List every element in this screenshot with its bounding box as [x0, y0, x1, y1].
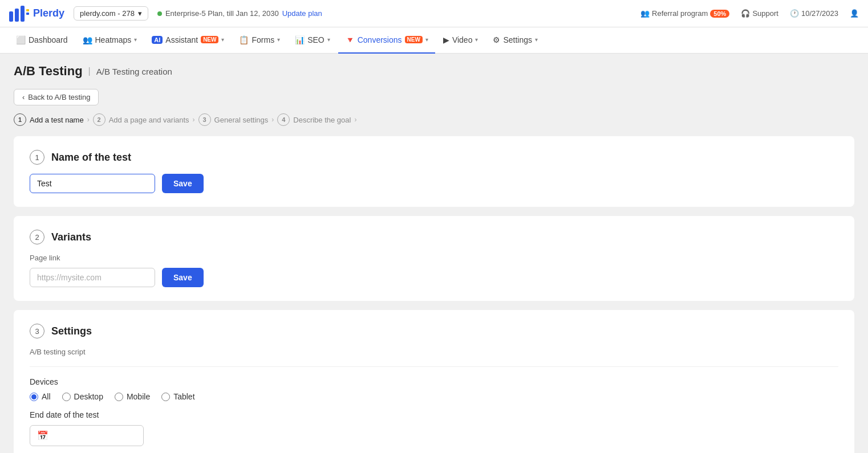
- nav-assistant-label: Assistant: [165, 35, 198, 44]
- step-4[interactable]: 4 Describe the goal: [277, 113, 351, 126]
- device-mobile-radio[interactable]: [115, 393, 123, 401]
- device-tablet[interactable]: Tablet: [161, 392, 194, 401]
- video-chevron: ▾: [475, 36, 478, 43]
- page-link-input[interactable]: [30, 268, 155, 287]
- settings-chevron: ▾: [535, 36, 538, 43]
- section-settings: 3 Settings A/B testing script Devices Al…: [14, 310, 854, 453]
- nav-seo-label: SEO: [307, 35, 325, 44]
- nav-heatmaps[interactable]: 👥 Heatmaps ▾: [76, 27, 144, 54]
- heatmaps-chevron: ▾: [134, 36, 137, 43]
- site-selector-text: plerdy.com - 278: [80, 9, 135, 18]
- topbar-right: 👥 Referral program 50% 🎧 Support 🕐 10/27…: [640, 9, 859, 18]
- users-icon: 👥: [640, 9, 650, 18]
- step-arrow-1: ›: [87, 116, 90, 124]
- step-2[interactable]: 2 Add a page and variants: [93, 113, 189, 126]
- nav-forms[interactable]: 📋 Forms ▾: [232, 27, 287, 54]
- step-2-label: Add a page and variants: [109, 116, 189, 124]
- device-tablet-radio[interactable]: [161, 393, 170, 401]
- referral-badge: 50%: [710, 10, 729, 18]
- nav-heatmaps-label: Heatmaps: [95, 35, 132, 44]
- nav-assistant[interactable]: AI Assistant NEW ▾: [145, 27, 231, 54]
- section1-save-button[interactable]: Save: [162, 174, 204, 193]
- plan-text: Enterprise-5 Plan, till Jan 12, 2030: [165, 9, 279, 18]
- ab-testing-script-label: A/B testing script: [30, 348, 838, 356]
- nav-video[interactable]: ▶ Video ▾: [436, 27, 485, 54]
- topbar: Plerdy plerdy.com - 278 ▾ Enterprise-5 P…: [0, 0, 868, 27]
- steps-row: 1 Add a test name › 2 Add a page and var…: [0, 113, 868, 136]
- section3-title: Settings: [51, 325, 92, 337]
- section2-header: 2 Variants: [30, 230, 838, 244]
- forms-chevron: ▾: [277, 36, 280, 43]
- section-name-of-test: 1 Name of the test Save: [14, 136, 854, 207]
- back-btn-row: ‹ Back to A/B testing: [0, 84, 868, 113]
- nav-settings[interactable]: ⚙ Settings ▾: [486, 27, 545, 54]
- device-all-radio[interactable]: [30, 393, 38, 401]
- step-3-circle: 3: [198, 113, 211, 126]
- section3-header: 3 Settings: [30, 324, 838, 338]
- step-arrow-4: ›: [354, 116, 356, 124]
- page-header: A/B Testing | A/B Testing creation: [0, 54, 868, 84]
- breadcrumb-separator: |: [88, 66, 91, 76]
- device-tablet-label: Tablet: [173, 392, 194, 401]
- section1-num: 1: [30, 150, 44, 165]
- device-all[interactable]: All: [30, 392, 51, 401]
- site-selector[interactable]: plerdy.com - 278 ▾: [74, 6, 148, 21]
- device-mobile-label: Mobile: [127, 392, 150, 401]
- update-plan-link[interactable]: Update plan: [282, 9, 322, 18]
- device-desktop[interactable]: Desktop: [62, 392, 103, 401]
- support-link[interactable]: 🎧 Support: [741, 9, 778, 18]
- breadcrumb-sub: A/B Testing creation: [96, 67, 172, 76]
- conversions-icon: 🔻: [345, 35, 355, 44]
- referral-label: Referral program: [652, 9, 708, 18]
- section2-form: Save: [30, 268, 838, 287]
- section2-body: Page link Save: [30, 254, 838, 287]
- step-1[interactable]: 1 Add a test name: [14, 113, 84, 126]
- section-variants: 2 Variants Page link Save: [14, 216, 854, 301]
- section1-header: 1 Name of the test: [30, 150, 838, 165]
- section1-form: Save: [30, 174, 838, 193]
- device-desktop-radio[interactable]: [62, 393, 71, 401]
- settings-icon: ⚙: [493, 35, 500, 44]
- section2-num: 2: [30, 230, 44, 244]
- nav-forms-label: Forms: [252, 35, 274, 44]
- section2-title: Variants: [51, 231, 91, 243]
- headphones-icon: 🎧: [741, 9, 750, 18]
- chevron-down-icon: ▾: [138, 9, 142, 18]
- step-4-label: Describe the goal: [293, 116, 351, 124]
- section1-title: Name of the test: [51, 152, 131, 164]
- step-arrow-3: ›: [271, 116, 274, 124]
- support-label: Support: [752, 9, 778, 18]
- dashboard-icon: ⬜: [16, 35, 26, 44]
- clock-icon: 🕐: [790, 9, 799, 18]
- page-link-label: Page link: [30, 254, 838, 262]
- assistant-chevron: ▾: [221, 36, 224, 43]
- end-date-input[interactable]: 📅: [30, 425, 144, 446]
- status-dot: [157, 11, 162, 16]
- step-1-circle: 1: [14, 113, 26, 126]
- step-3[interactable]: 3 General settings: [198, 113, 269, 126]
- back-button[interactable]: ‹ Back to A/B testing: [14, 89, 99, 105]
- section2-save-button[interactable]: Save: [162, 268, 204, 287]
- device-mobile[interactable]: Mobile: [115, 392, 150, 401]
- logo: Plerdy: [9, 6, 64, 22]
- nav-conversions[interactable]: 🔻 Conversions NEW ▾: [338, 27, 435, 54]
- user-avatar[interactable]: 👤: [850, 9, 859, 18]
- section3-num: 3: [30, 324, 44, 338]
- step-4-circle: 4: [277, 113, 290, 126]
- device-desktop-label: Desktop: [74, 392, 103, 401]
- nav-dashboard[interactable]: ⬜ Dashboard: [9, 27, 75, 54]
- device-all-label: All: [42, 392, 51, 401]
- svg-rect-2: [21, 6, 25, 22]
- assistant-icon: AI: [152, 36, 163, 44]
- nav-seo[interactable]: 📊 SEO ▾: [288, 27, 337, 54]
- svg-rect-1: [15, 9, 19, 22]
- seo-icon: 📊: [295, 35, 305, 44]
- nav-settings-label: Settings: [503, 35, 532, 44]
- site-status: Enterprise-5 Plan, till Jan 12, 2030 Upd…: [157, 9, 322, 18]
- step-3-label: General settings: [214, 116, 269, 124]
- section3-body: A/B testing script Devices All Desktop M…: [30, 348, 838, 446]
- test-name-input[interactable]: [30, 174, 155, 193]
- svg-rect-3: [26, 9, 29, 11]
- referral-program[interactable]: 👥 Referral program 50%: [640, 9, 729, 18]
- date-display: 🕐 10/27/2023: [790, 9, 838, 18]
